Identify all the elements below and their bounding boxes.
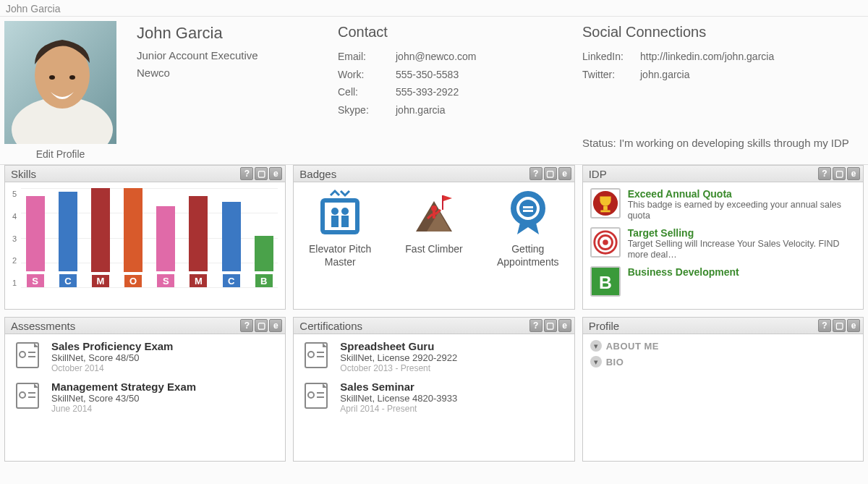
person-company: Newco [137, 64, 318, 82]
certs-minimize-icon[interactable]: ▢ [544, 319, 557, 332]
status-text: I'm working on developing skills through… [619, 137, 849, 149]
bar-label: O [124, 275, 142, 287]
svg-rect-25 [600, 211, 610, 213]
badges-expand-icon[interactable]: e [558, 167, 571, 180]
idp-item[interactable]: BBusiness Development [590, 266, 856, 297]
bar-col: B [250, 188, 278, 287]
svg-point-3 [49, 75, 55, 80]
skills-expand-icon[interactable]: e [269, 167, 282, 180]
svg-point-4 [69, 75, 75, 80]
certs-expand-icon[interactable]: e [558, 319, 571, 332]
assess-minimize-icon[interactable]: ▢ [255, 319, 268, 332]
profile-section-toggle[interactable]: ▾BIO [590, 356, 856, 368]
svg-text:B: B [599, 273, 612, 292]
assessment-item[interactable]: Sales Proficiency ExamSkillNet, Score 48… [12, 340, 278, 373]
badge-label: Getting Appointments [489, 243, 567, 268]
badge-item[interactable]: Elevator Pitch Master [301, 188, 379, 268]
chevron-down-icon: ▾ [590, 356, 602, 368]
edit-profile-link[interactable]: Edit Profile [4, 148, 116, 160]
panel-certifications-title: Certifications [299, 320, 362, 332]
social-heading: Social Connections [582, 24, 864, 41]
bar [255, 236, 273, 271]
social-row: LinkedIn:http://linkedin.com/john.garcia [582, 48, 864, 66]
profile-minimize-icon[interactable]: ▢ [833, 319, 846, 332]
svg-point-7 [331, 208, 339, 215]
certification-item[interactable]: Spreadsheet GuruSkillNet, License 2920-2… [301, 340, 566, 373]
assessment-subtitle: SkillNet, Score 43/50 [51, 393, 196, 404]
idp-desc: Target Selling will Increase Your Sales … [628, 239, 856, 260]
ytick: 1 [12, 279, 17, 287]
target-icon [590, 227, 621, 258]
badge-label: Elevator Pitch Master [301, 243, 379, 268]
social-label: LinkedIn: [582, 48, 640, 66]
certs-help-icon[interactable]: ? [529, 319, 542, 332]
contact-value: john@newco.com [396, 48, 477, 66]
panel-badges: Badges ?▢e Elevator Pitch MasterFast Cli… [293, 165, 574, 310]
contact-label: Work: [338, 66, 396, 84]
assess-help-icon[interactable]: ? [240, 319, 253, 332]
badge-item[interactable]: Fast Climber [395, 188, 473, 256]
idp-title[interactable]: Exceed Annual Quota [628, 188, 856, 200]
idp-minimize-icon[interactable]: ▢ [833, 167, 846, 180]
certificate-icon [301, 381, 333, 409]
status-row: Status: I'm working on developing skills… [582, 132, 864, 156]
badge-label: Fast Climber [395, 243, 473, 256]
svg-point-15 [431, 205, 437, 211]
profile-section-toggle[interactable]: ▾ABOUT ME [590, 340, 856, 352]
svg-rect-9 [331, 216, 339, 227]
idp-help-icon[interactable]: ? [818, 167, 831, 180]
profile-help-icon[interactable]: ? [818, 319, 831, 332]
social-label: Twitter: [582, 66, 640, 84]
bar [189, 196, 208, 271]
bar-label: M [92, 275, 109, 287]
certification-item[interactable]: Sales SeminarSkillNet, License 4820-3933… [301, 381, 566, 414]
idp-item[interactable]: Target SellingTarget Selling will Increa… [590, 227, 856, 260]
svg-point-8 [341, 208, 349, 215]
bar-label: M [190, 274, 207, 287]
bar [59, 192, 77, 271]
idp-title[interactable]: Business Development [628, 266, 739, 278]
svg-rect-21 [523, 206, 533, 208]
assessment-date: October 2014 [51, 363, 173, 373]
contact-label: Cell: [338, 83, 396, 101]
bar-label: S [157, 274, 174, 287]
assess-expand-icon[interactable]: e [269, 319, 282, 332]
contact-heading: Contact [338, 24, 562, 41]
skills-minimize-icon[interactable]: ▢ [255, 167, 268, 180]
panel-profile: Profile ?▢e ▾ABOUT ME▾BIO [582, 317, 864, 462]
bar [222, 202, 241, 271]
bar-label: C [223, 274, 240, 287]
certification-date: October 2013 - Present [340, 363, 457, 373]
avatar [4, 21, 116, 144]
contact-value: 555-393-2922 [396, 83, 459, 101]
person-title: Junior Account Executive [137, 47, 318, 64]
ytick: 2 [12, 256, 17, 265]
badges-minimize-icon[interactable]: ▢ [544, 167, 557, 180]
certificate-icon [12, 381, 44, 409]
contact-row: Skype:john.garcia [338, 101, 562, 119]
person-name: John Garcia [137, 24, 318, 43]
assessment-subtitle: SkillNet, Score 48/50 [51, 352, 173, 363]
profile-expand-icon[interactable]: e [847, 319, 860, 332]
svg-marker-14 [443, 195, 452, 201]
bar-col: O [119, 188, 148, 287]
certification-subtitle: SkillNet, License 2920-2922 [340, 352, 457, 363]
idp-title[interactable]: Target Selling [628, 227, 856, 239]
svg-rect-6 [325, 203, 355, 230]
bar-col: M [184, 188, 213, 287]
elevator-icon [315, 188, 365, 239]
ytick: 3 [12, 234, 17, 243]
climber-icon [409, 188, 459, 239]
badges-help-icon[interactable]: ? [529, 167, 542, 180]
certification-subtitle: SkillNet, License 4820-3933 [340, 393, 457, 404]
bar-label: B [255, 274, 273, 287]
contact-row: Work:555-350-5583 [338, 66, 562, 84]
badge-item[interactable]: Getting Appointments [489, 188, 567, 268]
assessment-item[interactable]: Management Strategy ExamSkillNet, Score … [12, 381, 278, 414]
social-value: http://linkedin.com/john.garcia [640, 48, 774, 66]
skills-help-icon[interactable]: ? [240, 167, 253, 180]
ribbon-icon [503, 188, 553, 239]
idp-item[interactable]: Exceed Annual QuotaThis badge is earned … [590, 188, 856, 221]
certificate-icon [12, 340, 44, 369]
idp-expand-icon[interactable]: e [847, 167, 860, 180]
